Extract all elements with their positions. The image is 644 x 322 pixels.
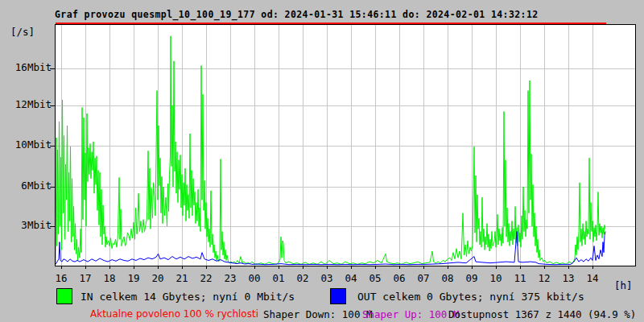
x-tick-mark bbox=[399, 266, 400, 269]
x-tick-label: 18 bbox=[101, 273, 118, 284]
y-tick-label: 3Mbit bbox=[0, 220, 52, 231]
x-tick-label: 07 bbox=[415, 273, 432, 284]
y-axis-unit-label: [/s] bbox=[10, 26, 35, 38]
x-tick-mark bbox=[134, 266, 134, 269]
x-tick-label: 02 bbox=[294, 273, 312, 284]
x-tick-mark bbox=[496, 266, 497, 269]
y-tick-mark bbox=[50, 187, 55, 188]
x-tick-label: 12 bbox=[535, 273, 553, 284]
x-tick-mark bbox=[423, 266, 424, 269]
x-tick-label: 23 bbox=[221, 273, 239, 284]
x-tick-mark bbox=[182, 266, 183, 269]
x-tick-label: 16 bbox=[52, 273, 70, 284]
x-tick-label: 06 bbox=[390, 273, 408, 284]
x-tick-mark bbox=[375, 266, 376, 269]
traffic-graph-window: Graf provozu quesmpl_10_100_19_177 od: 2… bbox=[0, 0, 644, 322]
y-tick-label: 16Mbit bbox=[0, 62, 52, 73]
status-shaper-up: Shaper Up: 100 M bbox=[362, 308, 459, 320]
x-tick-label: 22 bbox=[197, 273, 215, 284]
page-title: Graf provozu quesmpl_10_100_19_177 od: 2… bbox=[55, 9, 539, 20]
status-allowed-speed: Aktualne povoleno 100 % rychlosti bbox=[90, 308, 258, 320]
x-tick-label: 08 bbox=[439, 273, 456, 284]
status-availability: Dostupnost 1367 z 1440 (94.9 %) bbox=[448, 308, 636, 320]
x-tick-label: 19 bbox=[125, 273, 142, 284]
x-tick-mark bbox=[206, 266, 207, 269]
x-tick-mark bbox=[472, 266, 473, 269]
y-tick-mark bbox=[50, 146, 55, 147]
y-tick-mark bbox=[50, 226, 55, 227]
x-tick-mark bbox=[158, 266, 159, 269]
y-tick-label: 10Mbit bbox=[0, 139, 52, 151]
chart-plot-area bbox=[55, 24, 636, 266]
x-tick-mark bbox=[303, 266, 303, 269]
x-tick-label: 04 bbox=[342, 273, 360, 284]
x-tick-mark bbox=[520, 266, 521, 269]
in-series-line bbox=[56, 36, 605, 265]
legend-in-label: IN celkem 14 Gbytes; nyní 0 Mbit/s bbox=[80, 291, 295, 303]
x-tick-label: 17 bbox=[76, 273, 94, 284]
x-tick-mark bbox=[109, 266, 110, 269]
x-tick-mark bbox=[592, 266, 593, 269]
x-tick-mark bbox=[351, 266, 352, 269]
x-tick-label: 21 bbox=[173, 273, 191, 284]
y-tick-mark bbox=[50, 105, 55, 106]
x-axis-unit-label: [h] bbox=[614, 279, 633, 291]
x-tick-mark bbox=[254, 266, 255, 269]
y-tick-label: 6Mbit bbox=[0, 180, 52, 192]
x-tick-mark bbox=[61, 266, 62, 269]
chart-canvas bbox=[56, 25, 635, 266]
x-tick-label: 00 bbox=[246, 273, 263, 284]
x-tick-mark bbox=[327, 266, 328, 269]
x-tick-label: 20 bbox=[149, 273, 167, 284]
legend-out-label: OUT celkem 0 Gbytes; nyní 375 kbit/s bbox=[357, 291, 584, 303]
y-tick-label: 12Mbit bbox=[0, 99, 52, 110]
shaper-limit-line bbox=[56, 23, 606, 24]
x-tick-mark bbox=[448, 266, 448, 269]
x-tick-label: 13 bbox=[559, 273, 577, 284]
x-tick-mark bbox=[230, 266, 231, 269]
legend-out-swatch bbox=[330, 288, 346, 304]
x-tick-label: 09 bbox=[463, 273, 481, 284]
x-tick-label: 10 bbox=[487, 273, 505, 284]
legend-in-swatch bbox=[56, 288, 72, 304]
x-tick-label: 14 bbox=[584, 273, 601, 284]
x-tick-mark bbox=[279, 266, 279, 269]
y-tick-mark bbox=[50, 68, 55, 69]
x-tick-mark bbox=[85, 266, 86, 269]
x-tick-label: 11 bbox=[511, 273, 529, 284]
x-tick-label: 05 bbox=[366, 273, 384, 284]
x-tick-mark bbox=[568, 266, 569, 269]
x-tick-label: 01 bbox=[270, 273, 287, 284]
x-tick-label: 03 bbox=[318, 273, 336, 284]
x-tick-mark bbox=[544, 266, 545, 269]
status-shaper-down: Shaper Down: 100 M bbox=[263, 308, 372, 320]
